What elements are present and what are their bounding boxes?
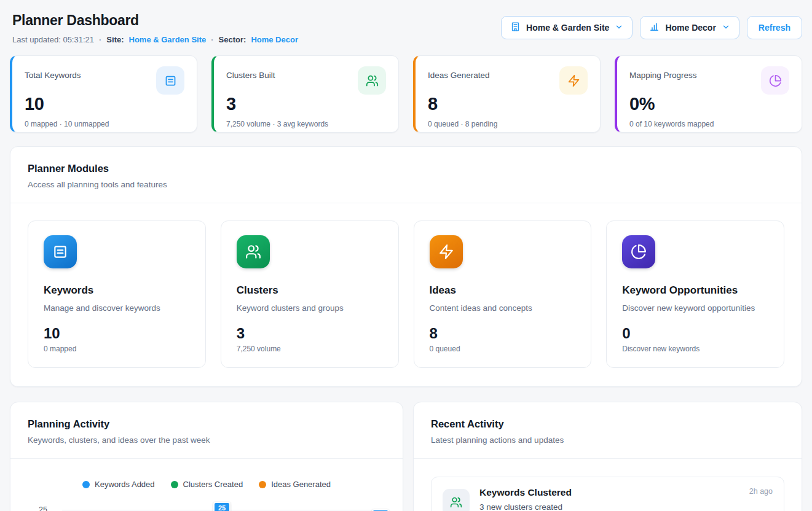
stat-card-top: Mapping Progress — [629, 66, 789, 95]
legend-dot-green — [171, 481, 178, 488]
sector-selector-label: Home Decor — [665, 23, 715, 33]
header-left: Planner Dashboard Last updated: 05:31:21… — [12, 12, 298, 44]
planning-activity-header: Planning Activity Keywords, clusters, an… — [10, 402, 403, 459]
stat-card-top: Total Keywords — [25, 66, 184, 95]
module-card-ideas[interactable]: Ideas Content ideas and concepts 8 0 que… — [414, 220, 592, 368]
planning-activity-panel: Planning Activity Keywords, clusters, an… — [10, 402, 403, 511]
stat-sub: 7,250 volume · 3 avg keywords — [226, 120, 386, 128]
legend-label: Ideas Generated — [271, 480, 331, 489]
activity-item-timestamp: 2h ago — [749, 487, 773, 496]
bottom-row: Planning Activity Keywords, clusters, an… — [10, 402, 802, 511]
stat-card-total-keywords: Total Keywords 10 0 mapped · 10 unmapped — [10, 55, 197, 133]
site-selector-label: Home & Garden Site — [526, 23, 609, 33]
stat-sub: 0 of 10 keywords mapped — [629, 120, 789, 128]
meta-separator: · — [211, 35, 213, 44]
module-description: Content ideas and concepts — [430, 303, 576, 313]
module-sub: 0 mapped — [44, 345, 190, 353]
pie-chart-icon — [622, 235, 655, 268]
recent-activity-list: Keywords Clustered 2h ago 3 new clusters… — [414, 459, 802, 511]
module-description: Discover new keyword opportunities — [622, 303, 768, 313]
chevron-down-icon — [722, 23, 730, 33]
stat-value: 3 — [226, 95, 386, 113]
building-icon — [510, 21, 521, 34]
users-icon — [358, 66, 386, 95]
module-card-keywords[interactable]: Keywords Manage and discover keywords 10… — [28, 220, 206, 368]
page-title: Planner Dashboard — [12, 12, 298, 29]
recent-activity-panel: Recent Activity Latest planning actions … — [413, 402, 802, 511]
stat-label: Clusters Built — [226, 66, 275, 80]
activity-item-title: Keywords Clustered — [479, 487, 572, 498]
modules-panel-title: Planner Modules — [28, 163, 784, 174]
document-icon — [156, 66, 184, 95]
site-link[interactable]: Home & Garden Site — [129, 35, 207, 44]
stat-card-ideas-generated: Ideas Generated 8 0 queued · 8 pending — [413, 55, 601, 133]
legend-item-clusters-created: Clusters Created — [171, 480, 243, 489]
data-point-label: 25 — [213, 502, 231, 511]
module-description: Keyword clusters and groups — [237, 303, 383, 313]
legend-item-keywords-added: Keywords Added — [82, 480, 155, 489]
last-updated-text: Last updated: 05:31:21 — [12, 35, 94, 44]
stat-card-mapping-progress: Mapping Progress 0% 0 of 10 keywords map… — [615, 55, 802, 133]
sector-link[interactable]: Home Decor — [251, 35, 298, 44]
planner-dashboard-page: Planner Dashboard Last updated: 05:31:21… — [0, 12, 812, 511]
module-description: Manage and discover keywords — [44, 303, 190, 313]
module-title: Keywords — [44, 284, 190, 297]
list-item: Keywords Clustered 2h ago 3 new clusters… — [431, 477, 784, 511]
module-title: Keyword Opportunities — [622, 284, 768, 297]
modules-panel-header: Planner Modules Access all planning tool… — [10, 147, 802, 203]
module-title: Clusters — [237, 284, 383, 297]
sector-label: Sector: — [219, 35, 246, 44]
y-axis-tick: 25 — [39, 505, 47, 511]
module-value: 10 — [44, 326, 190, 341]
stat-value: 10 — [25, 95, 184, 113]
pie-chart-icon — [761, 66, 789, 95]
stats-row: Total Keywords 10 0 mapped · 10 unmapped… — [10, 55, 802, 133]
header-actions: Home & Garden Site Home Decor Refresh — [501, 16, 802, 39]
module-value: 8 — [430, 326, 576, 341]
page-header: Planner Dashboard Last updated: 05:31:21… — [10, 12, 802, 44]
module-value: 0 — [622, 326, 768, 341]
keywords-added-series-line — [62, 504, 403, 511]
stat-card-top: Ideas Generated — [428, 66, 588, 95]
module-sub: 0 queued — [430, 345, 576, 353]
stat-label: Total Keywords — [25, 66, 81, 80]
module-sub: Discover new keywords — [622, 345, 768, 353]
document-icon — [44, 235, 77, 268]
stat-card-clusters-built: Clusters Built 3 7,250 volume · 3 avg ke… — [211, 55, 399, 133]
refresh-button[interactable]: Refresh — [747, 16, 802, 39]
sector-selector-dropdown[interactable]: Home Decor — [640, 16, 739, 39]
stat-value: 8 — [428, 95, 588, 113]
module-card-clusters[interactable]: Clusters Keyword clusters and groups 3 7… — [221, 220, 399, 368]
legend-label: Clusters Created — [183, 480, 243, 489]
stat-sub: 0 queued · 8 pending — [428, 120, 588, 128]
bar-chart-icon — [649, 21, 660, 34]
site-selector-dropdown[interactable]: Home & Garden Site — [501, 16, 633, 39]
zap-icon — [430, 235, 463, 268]
recent-activity-subtitle: Latest planning actions and updates — [431, 435, 784, 445]
stat-label: Mapping Progress — [629, 66, 697, 80]
legend-dot-orange — [259, 481, 266, 488]
zap-icon — [559, 66, 588, 95]
module-card-keyword-opportunities[interactable]: Keyword Opportunities Discover new keywo… — [606, 220, 784, 368]
users-icon — [237, 235, 270, 268]
module-sub: 7,250 volume — [237, 345, 383, 353]
meta-separator: · — [99, 35, 101, 44]
activity-item-description: 3 new clusters created — [479, 502, 773, 511]
recent-activity-header: Recent Activity Latest planning actions … — [414, 402, 802, 459]
module-value: 3 — [237, 326, 383, 341]
plot-area: 25 24 — [62, 504, 383, 511]
planner-modules-panel: Planner Modules Access all planning tool… — [10, 146, 802, 387]
planning-activity-title: Planning Activity — [28, 418, 385, 430]
chevron-down-icon — [615, 23, 623, 33]
modules-grid: Keywords Manage and discover keywords 10… — [10, 203, 802, 386]
chart-legend: Keywords Added Clusters Created Ideas Ge… — [20, 480, 393, 489]
stat-value: 0% — [629, 95, 789, 113]
recent-activity-title: Recent Activity — [431, 418, 784, 430]
stat-sub: 0 mapped · 10 unmapped — [25, 120, 184, 128]
activity-chart: Keywords Added Clusters Created Ideas Ge… — [10, 459, 403, 511]
planning-activity-subtitle: Keywords, clusters, and ideas over the p… — [28, 435, 385, 445]
activity-item-content: Keywords Clustered 2h ago 3 new clusters… — [479, 487, 773, 511]
users-icon — [443, 489, 470, 511]
legend-dot-blue — [82, 481, 90, 488]
stat-label: Ideas Generated — [428, 66, 490, 80]
